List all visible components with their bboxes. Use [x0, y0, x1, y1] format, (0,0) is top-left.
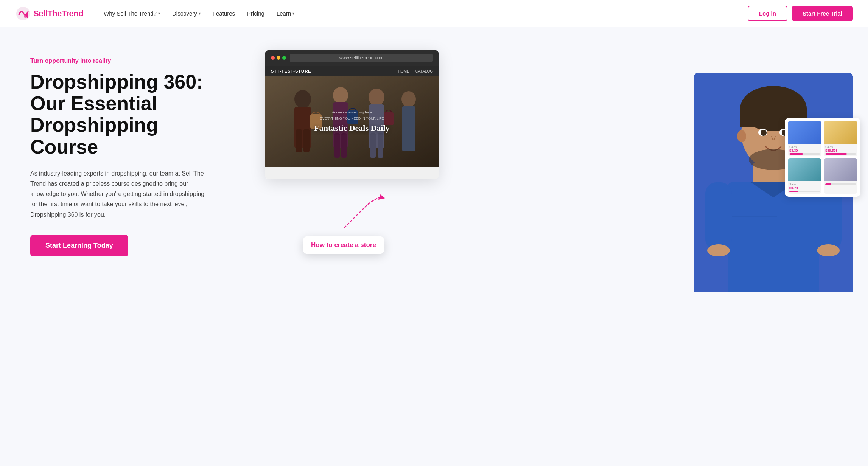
chevron-down-icon: ▾	[158, 11, 160, 16]
store-hero-image: Announce something here EVERYTHING YOU N…	[265, 76, 439, 167]
product-thumb-1	[788, 121, 821, 144]
product-thumb-4	[824, 158, 857, 181]
nav-pricing[interactable]: Pricing	[242, 7, 270, 20]
svg-rect-33	[728, 182, 819, 292]
product-thumb-2	[824, 121, 857, 144]
nav-actions: Log in Start Free Trial	[748, 6, 853, 21]
product-info-1: Sales $3.30	[788, 144, 821, 156]
dot-red	[271, 56, 275, 60]
store-announce: Announce something here	[314, 110, 389, 114]
product-card-1: Sales $3.30	[788, 121, 821, 156]
product-bar-fill-3	[789, 191, 798, 192]
trial-button[interactable]: Start Free Trial	[792, 6, 853, 21]
nav-learn[interactable]: Learn ▾	[271, 7, 300, 20]
product-sales-label-2: Sales	[825, 145, 856, 149]
nav-links: Why Sell The Trend? ▾ Discovery ▾ Featur…	[98, 7, 748, 20]
hero-tag: Turn opportunity into reality	[30, 57, 227, 64]
navbar: SellTheTrend Why Sell The Trend? ▾ Disco…	[0, 0, 868, 27]
dot-yellow	[277, 56, 280, 60]
svg-point-38	[707, 244, 730, 256]
cta-button[interactable]: Start Learning Today	[30, 235, 128, 256]
arrow-svg	[341, 194, 386, 231]
product-grid: Sales $3.30 Sales $89,598 Sales $0.79	[785, 118, 860, 197]
product-sales-label-3: Sales	[789, 183, 820, 186]
svg-rect-2	[24, 14, 26, 18]
hero-section: Turn opportunity into reality Dropshippi…	[0, 27, 868, 466]
login-button[interactable]: Log in	[748, 6, 787, 21]
svg-point-39	[817, 244, 840, 256]
product-card-2: Sales $89,598	[824, 121, 857, 156]
bubble-text: How to create a store	[311, 241, 376, 249]
logo-icon	[15, 6, 31, 22]
logo[interactable]: SellTheTrend	[15, 6, 83, 22]
svg-rect-1	[26, 12, 28, 18]
nav-discovery[interactable]: Discovery ▾	[167, 7, 206, 20]
product-bar-2	[825, 153, 856, 155]
chevron-down-icon: ▾	[199, 11, 201, 16]
product-sales-label-1: Sales	[789, 145, 820, 149]
hero-left: Turn opportunity into reality Dropshippi…	[30, 50, 227, 256]
chevron-down-icon: ▾	[292, 11, 294, 16]
browser-content: STT-TEST-STORE HOME CATALOG	[265, 66, 439, 179]
dot-green	[282, 56, 286, 60]
product-info-4	[824, 181, 857, 186]
store-header: STT-TEST-STORE HOME CATALOG	[265, 66, 439, 76]
product-bar-fill-1	[789, 153, 803, 155]
product-info-2: Sales $89,598	[824, 144, 857, 156]
hero-right: www.sellthetrend.com STT-TEST-STORE HOME…	[242, 50, 853, 277]
product-thumb-3	[788, 158, 821, 181]
browser-mockup: www.sellthetrend.com STT-TEST-STORE HOME…	[265, 50, 439, 179]
logo-text: SellTheTrend	[33, 9, 83, 19]
svg-point-26	[737, 130, 746, 142]
store-bubble: How to create a store	[303, 236, 384, 254]
browser-url: www.sellthetrend.com	[290, 54, 433, 62]
product-info-3: Sales $0.79	[788, 181, 821, 194]
store-nav: HOME CATALOG	[398, 69, 433, 73]
product-bar-fill-2	[825, 153, 847, 155]
product-card-3: Sales $0.79	[788, 158, 821, 194]
store-logo: STT-TEST-STORE	[271, 69, 311, 73]
product-bar-1	[789, 153, 820, 155]
store-tagline: EVERYTHING YOU NEED IN YOUR LIFE	[314, 116, 389, 120]
browser-bar: www.sellthetrend.com	[265, 50, 439, 66]
hero-description: As industry-leading experts in dropshipp…	[30, 168, 212, 220]
nav-features[interactable]: Features	[207, 7, 240, 20]
product-price-2: $89,598	[825, 149, 856, 152]
nav-why-sell[interactable]: Why Sell The Trend? ▾	[98, 7, 165, 20]
store-nav-catalog: CATALOG	[415, 69, 433, 73]
store-hero-text: Announce something here EVERYTHING YOU N…	[314, 110, 389, 133]
product-card-4	[824, 158, 857, 194]
browser-dots	[271, 56, 286, 60]
product-bar-fill-4	[825, 183, 831, 185]
product-bar-4	[825, 183, 856, 185]
product-bar-3	[789, 191, 820, 192]
store-nav-home: HOME	[398, 69, 409, 73]
hero-title: Dropshipping 360: Our Essential Dropship…	[30, 71, 227, 158]
svg-rect-36	[705, 182, 732, 250]
svg-marker-40	[378, 194, 385, 200]
store-headline: Fantastic Deals Daily	[314, 123, 389, 133]
svg-point-30	[761, 130, 767, 136]
product-price-1: $3.30	[789, 149, 820, 152]
product-price-3: $0.79	[789, 186, 820, 190]
